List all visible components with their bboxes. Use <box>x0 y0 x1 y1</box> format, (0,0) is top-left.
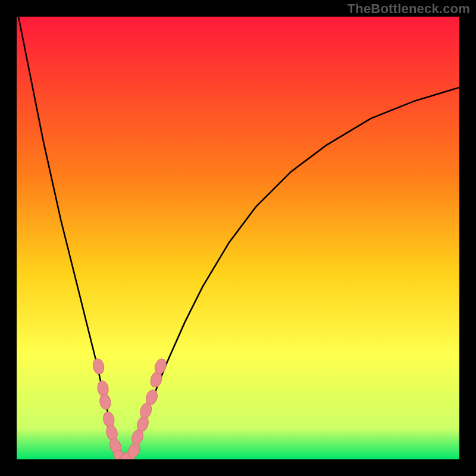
gradient-background <box>17 17 459 459</box>
frame: TheBottleneck.com <box>0 0 476 476</box>
plot-area <box>17 17 459 459</box>
watermark-text: TheBottleneck.com <box>347 1 470 17</box>
chart-svg <box>17 17 459 459</box>
